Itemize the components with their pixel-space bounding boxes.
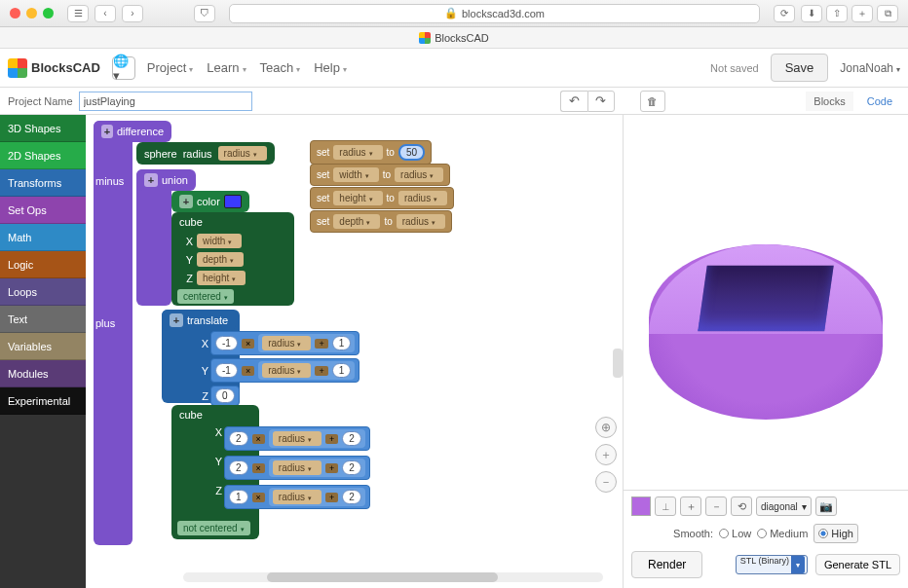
block-set-width[interactable]: set width to radius <box>310 164 450 186</box>
cat-variables[interactable]: Variables <box>0 333 86 360</box>
centered-dropdown[interactable]: centered <box>177 289 234 304</box>
share-icon[interactable]: ⇧ <box>826 5 848 22</box>
zoom-out-icon[interactable]: － <box>595 471 617 493</box>
num-input[interactable]: 50 <box>398 144 425 161</box>
maximize-icon[interactable] <box>43 8 54 18</box>
export-format-select[interactable]: STL (Binary) <box>736 555 808 574</box>
view-select[interactable]: diagonal▾ <box>756 496 812 516</box>
cat-text[interactable]: Text <box>0 306 86 333</box>
resize-handle[interactable] <box>613 349 623 378</box>
cat-math[interactable]: Math <box>0 224 86 251</box>
num-input[interactable]: 1 <box>332 336 352 350</box>
menu-project[interactable]: Project <box>147 60 193 75</box>
tab-code[interactable]: Code <box>859 92 900 111</box>
num-input[interactable]: 2 <box>342 460 361 475</box>
math-expr[interactable]: 1×radius+2 <box>224 485 370 509</box>
block-sphere[interactable]: sphere radius radius <box>136 142 275 165</box>
num-input[interactable]: 1 <box>229 490 248 504</box>
mutator-icon[interactable]: + <box>144 173 158 187</box>
smooth-low[interactable]: Low <box>719 528 751 539</box>
zoom-in-icon[interactable]: ＋ <box>680 496 701 516</box>
menu-teach[interactable]: Teach <box>260 60 301 75</box>
nav-forward[interactable]: › <box>122 5 143 22</box>
centered-dropdown[interactable]: not centered <box>177 521 250 535</box>
undo-button[interactable]: ↶ <box>560 91 587 112</box>
color-swatch[interactable] <box>224 195 242 208</box>
cat-2d-shapes[interactable]: 2D Shapes <box>0 142 86 169</box>
translate-x-row[interactable]: X -1 × radius + 1 <box>210 331 359 355</box>
blocks-workspace[interactable]: +difference minus plus sphere radius rad… <box>86 115 624 588</box>
op-dropdown[interactable]: + <box>315 339 327 349</box>
math-expr[interactable]: 2×radius+2 <box>224 426 370 451</box>
menu-help[interactable]: Help <box>314 60 347 75</box>
math-expr[interactable]: 2×radius+2 <box>224 456 370 480</box>
smooth-medium[interactable]: Medium <box>757 528 808 539</box>
op-dropdown[interactable]: × <box>242 339 254 349</box>
cat-set-ops[interactable]: Set Ops <box>0 197 86 224</box>
var-width[interactable]: width <box>197 234 242 248</box>
var-radius[interactable]: radius <box>273 431 322 446</box>
close-icon[interactable] <box>10 8 20 18</box>
var-radius[interactable]: radius <box>273 460 322 475</box>
generate-stl-button[interactable]: Generate STL <box>815 554 900 575</box>
op-dropdown[interactable]: + <box>315 366 327 376</box>
tabs-icon[interactable]: ⧉ <box>877 5 898 22</box>
render-button[interactable]: Render <box>631 551 702 578</box>
num-input[interactable]: 2 <box>342 490 361 504</box>
cat-experimental[interactable]: Experimental <box>0 387 86 415</box>
op-dropdown[interactable]: × <box>252 493 265 502</box>
cat-3d-shapes[interactable]: 3D Shapes <box>0 115 86 142</box>
trash-button[interactable]: 🗑 <box>640 91 665 112</box>
var-dropdown[interactable]: width <box>333 167 378 182</box>
mutator-icon[interactable]: + <box>170 313 183 327</box>
num-input[interactable]: 0 <box>215 388 235 403</box>
block-difference[interactable]: +difference <box>94 121 171 142</box>
op-dropdown[interactable]: + <box>325 493 338 502</box>
math-expr[interactable]: -1 × radius + 1 <box>210 331 359 355</box>
cat-logic[interactable]: Logic <box>0 251 86 278</box>
zoom-in-icon[interactable]: ＋ <box>595 444 617 465</box>
language-button[interactable]: 🌐▾ <box>112 56 135 80</box>
num-input[interactable]: -1 <box>215 363 238 378</box>
translate-z-row[interactable]: Z 0 <box>210 386 240 406</box>
var-dropdown[interactable]: depth <box>333 214 380 229</box>
address-bar[interactable]: 🔒 blockscad3d.com <box>229 4 760 23</box>
translate-y-row[interactable]: Y -1 × radius + 1 <box>210 358 359 383</box>
mutator-icon[interactable]: + <box>179 195 193 208</box>
var-radius[interactable]: radius <box>262 336 311 350</box>
var-radius[interactable]: radius <box>397 214 445 229</box>
block-set-depth[interactable]: set depth to radius <box>310 210 452 233</box>
block-union[interactable]: +union <box>136 169 196 191</box>
num-input[interactable]: 2 <box>342 431 361 446</box>
op-dropdown[interactable]: + <box>325 434 338 444</box>
3d-viewport[interactable] <box>624 115 908 490</box>
block-cube-1[interactable]: cube Xwidth Ydepth Zheight centered <box>171 212 294 306</box>
shield-icon[interactable]: ⛉ <box>194 5 215 22</box>
var-radius[interactable]: radius <box>262 363 311 378</box>
var-depth[interactable]: depth <box>197 252 244 267</box>
nav-back[interactable]: ‹ <box>95 5 116 22</box>
block-color[interactable]: +color <box>171 191 249 212</box>
var-dropdown[interactable]: height <box>333 191 382 205</box>
num-input[interactable]: -1 <box>215 336 238 350</box>
model-color-swatch[interactable] <box>631 496 651 516</box>
user-menu[interactable]: JonaNoah <box>840 61 900 75</box>
num-input[interactable]: 2 <box>229 431 248 446</box>
block-set-height[interactable]: set height to radius <box>310 187 454 209</box>
camera-icon[interactable]: 📷 <box>815 496 837 516</box>
math-expr[interactable]: -1 × radius + 1 <box>210 358 359 383</box>
tab-blocks[interactable]: Blocks <box>806 92 852 111</box>
op-dropdown[interactable]: + <box>325 463 338 473</box>
var-radius[interactable]: radius <box>273 490 322 504</box>
project-name-input[interactable] <box>79 92 252 111</box>
mutator-icon[interactable]: + <box>101 125 113 138</box>
cat-transforms[interactable]: Transforms <box>0 169 86 197</box>
cat-modules[interactable]: Modules <box>0 360 86 387</box>
block-set-radius[interactable]: set radius to 50 <box>310 140 432 165</box>
var-radius[interactable]: radius <box>398 191 447 205</box>
zoom-out-icon[interactable]: － <box>705 496 727 516</box>
smooth-high[interactable]: High <box>813 524 858 543</box>
var-height[interactable]: height <box>197 271 246 285</box>
op-dropdown[interactable]: × <box>252 463 265 473</box>
op-dropdown[interactable]: × <box>242 366 254 376</box>
